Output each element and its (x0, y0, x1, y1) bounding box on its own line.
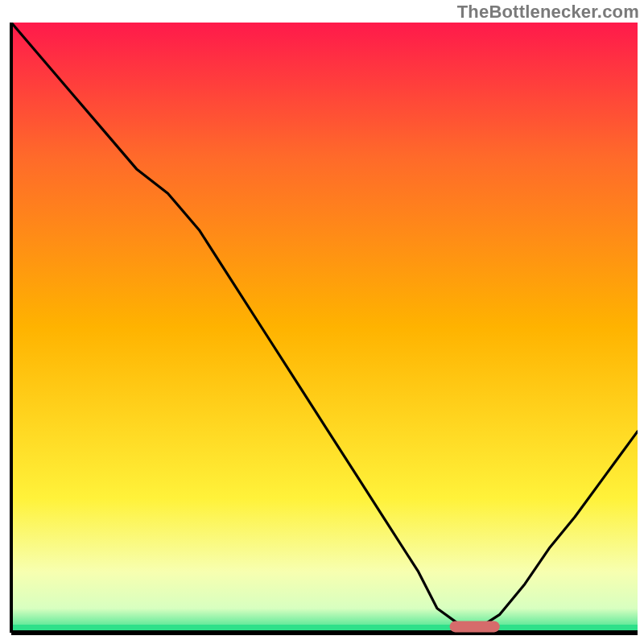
watermark-text: TheBottlenecker.com (457, 2, 639, 23)
optimal-marker (450, 621, 500, 632)
bottleneck-plot-svg (6, 23, 638, 638)
chart-stage: TheBottlenecker.com (0, 0, 644, 644)
bottleneck-plot (6, 23, 638, 638)
plot-background (11, 23, 638, 633)
